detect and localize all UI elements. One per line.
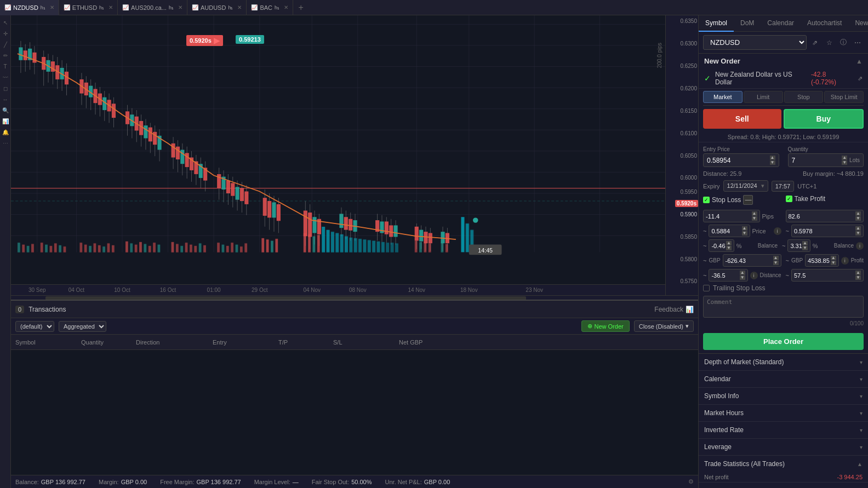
line-tool[interactable]: ╱ (1, 39, 10, 49)
tp-dist-up[interactable]: ▲ (855, 271, 861, 275)
tab-ethusd[interactable]: 📈 ETHUSD h₁ ✕ (59, 0, 118, 15)
sl-pips-input[interactable]: -11.4 ▲ ▼ (703, 210, 760, 222)
sl-dist-info-icon[interactable]: i (750, 272, 758, 279)
tp-dist-spinner[interactable]: ▲ ▼ (855, 271, 861, 280)
tp-pips-input[interactable]: 82.6 ▲ ▼ (786, 210, 864, 222)
more-tools[interactable]: ⋯ (1, 138, 10, 148)
tp-profit-spinner[interactable]: ▲ ▼ (831, 256, 836, 265)
inverted-rate-header[interactable]: Inverted Rate ▾ (699, 422, 868, 438)
text-tool[interactable]: T (1, 61, 10, 71)
tp-pips-up[interactable]: ▲ (855, 211, 861, 216)
view-aggregated-select[interactable]: Aggregated (59, 321, 106, 332)
tp-pips-down[interactable]: ▼ (855, 216, 861, 221)
tp-price-spinner[interactable]: ▲ ▼ (855, 226, 861, 236)
ruler-tool[interactable]: ↔ (1, 94, 10, 104)
calendar-header[interactable]: Calendar ▾ (699, 371, 868, 387)
order-type-market[interactable]: Market (703, 91, 743, 103)
sl-gbp-spinner[interactable]: ▲ ▼ (773, 256, 779, 265)
tab-aus200-close[interactable]: ✕ (178, 4, 182, 10)
bottom-new-order-button[interactable]: ⊕ New Order (581, 320, 630, 332)
expiry-date-input[interactable]: 12/11/2024 ▾ (723, 180, 768, 192)
sl-price-spinner[interactable]: ▲ ▼ (742, 226, 747, 236)
tp-profit-info-icon[interactable]: i (841, 257, 849, 265)
entry-price-input[interactable]: 0.58954 ▲ ▼ (703, 153, 779, 167)
crosshair-tool[interactable]: ✛ (1, 28, 10, 38)
tab-symbol[interactable]: Symbol (699, 15, 734, 32)
draw-tool[interactable]: ✏ (1, 50, 10, 60)
stop-loss-dash-btn[interactable]: — (743, 195, 753, 205)
sl-dist-up[interactable]: ▲ (740, 271, 745, 275)
new-order-header[interactable]: New Order ▲ (699, 54, 868, 68)
sl-gbp-down[interactable]: ▼ (773, 261, 779, 265)
tp-dist-input[interactable]: 57.5 ▲ ▼ (791, 269, 864, 282)
take-profit-checkbox[interactable]: ✓ (786, 196, 792, 202)
add-tab-button[interactable]: + (293, 0, 309, 15)
order-type-stop[interactable]: Stop (784, 91, 824, 103)
tp-dist-down[interactable]: ▼ (855, 275, 861, 280)
tab-bac[interactable]: 📈 BAC h₁ ✕ (247, 0, 293, 15)
sl-bal-spinner[interactable]: ▲ ▼ (726, 241, 732, 250)
info-icon-btn[interactable]: ⓘ (837, 37, 849, 49)
candlestick-chart[interactable]: 14:45 (11, 15, 665, 284)
market-hours-header[interactable]: Market Hours ▾ (699, 405, 868, 421)
order-type-limit[interactable]: Limit (744, 91, 783, 103)
buy-button[interactable]: Buy (784, 109, 864, 129)
sl-price-up[interactable]: ▲ (742, 226, 747, 231)
close-button[interactable]: Close (Disabled) ▾ (634, 320, 694, 332)
sl-pips-spinner[interactable]: ▲ ▼ (752, 211, 757, 221)
sl-gbp-up[interactable]: ▲ (773, 256, 779, 260)
qty-spinner[interactable]: ▲ ▼ (842, 156, 847, 165)
alert-tool[interactable]: 🔔 (1, 127, 10, 137)
stop-loss-checkbox[interactable]: ✓ (703, 197, 710, 203)
tab-audusd-close[interactable]: ✕ (237, 4, 242, 10)
tp-price-up[interactable]: ▲ (855, 226, 861, 231)
tp-bal-down[interactable]: ▼ (802, 246, 808, 250)
order-type-stop-limit[interactable]: Stop Limit (824, 91, 864, 103)
symbol-select-dropdown[interactable]: NZDUSD (703, 35, 807, 50)
sl-balance-input[interactable]: -0.46 ▲ ▼ (709, 239, 734, 252)
quantity-input[interactable]: 7 ▲ ▼ Lots (788, 153, 864, 167)
tab-ethusd-close[interactable]: ✕ (108, 4, 113, 10)
cursor-tool[interactable]: ↖ (1, 18, 10, 27)
sl-dist-input[interactable]: -36.5 ▲ ▼ (709, 269, 747, 282)
transactions-tab[interactable]: Transactions (28, 306, 66, 313)
sl-dist-spinner[interactable]: ▲ ▼ (740, 271, 745, 280)
sl-pips-down[interactable]: ▼ (752, 216, 757, 221)
sl-bal-down[interactable]: ▼ (726, 246, 732, 250)
trade-stats-header[interactable]: Trade Statistics (All Trades) ▲ (699, 456, 868, 472)
sl-price-input[interactable]: 0.5884 ▲ ▼ (709, 225, 750, 237)
tab-audusd[interactable]: 📈 AUDUSD h₁ ✕ (187, 0, 247, 15)
qty-down[interactable]: ▼ (842, 160, 847, 165)
tp-price-down[interactable]: ▼ (855, 231, 861, 236)
tab-dom[interactable]: DoM (734, 15, 761, 32)
star-icon-btn[interactable]: ☆ (823, 37, 835, 49)
feedback-button[interactable]: Feedback 📊 (654, 306, 694, 313)
entry-price-down[interactable]: ▼ (770, 160, 775, 165)
tab-news[interactable]: News (848, 15, 868, 32)
view-default-select[interactable]: (default) (15, 321, 54, 332)
tp-price-input[interactable]: 0.5978 ▲ ▼ (791, 225, 864, 237)
indicator-tool[interactable]: 📊 (1, 116, 10, 126)
tab-bac-close[interactable]: ✕ (284, 4, 288, 10)
share-icon[interactable]: ⇗ (858, 75, 863, 82)
sl-price-down[interactable]: ▼ (742, 231, 747, 236)
expiry-time-input[interactable]: 17:57 (772, 181, 795, 192)
qty-up[interactable]: ▲ (842, 156, 847, 160)
symbol-info-header[interactable]: Symbol Info ▾ (699, 388, 868, 404)
sl-pips-up[interactable]: ▲ (752, 211, 757, 216)
tab-calendar[interactable]: Calendar (761, 15, 801, 32)
tab-aus200[interactable]: 📈 AUS200.ca... h₁ ✕ (118, 0, 187, 15)
shapes-tool[interactable]: ◻ (1, 83, 10, 93)
tp-profit-up[interactable]: ▲ (831, 256, 836, 260)
tab-nzdusd-close[interactable]: ✕ (50, 4, 54, 10)
sl-price-info-icon[interactable]: i (774, 227, 781, 235)
chart-scrollbar[interactable] (11, 295, 698, 300)
entry-price-spinner[interactable]: ▲ ▼ (770, 156, 775, 165)
entry-price-up[interactable]: ▲ (770, 156, 775, 160)
tp-bal-up[interactable]: ▲ (802, 241, 808, 245)
tp-balance-input[interactable]: 3.31 ▲ ▼ (787, 239, 810, 252)
fib-tool[interactable]: 〰 (1, 72, 10, 82)
share-icon-btn[interactable]: ⇗ (809, 37, 821, 49)
place-order-button[interactable]: Place Order (703, 333, 864, 350)
sl-bal-up[interactable]: ▲ (726, 241, 732, 245)
